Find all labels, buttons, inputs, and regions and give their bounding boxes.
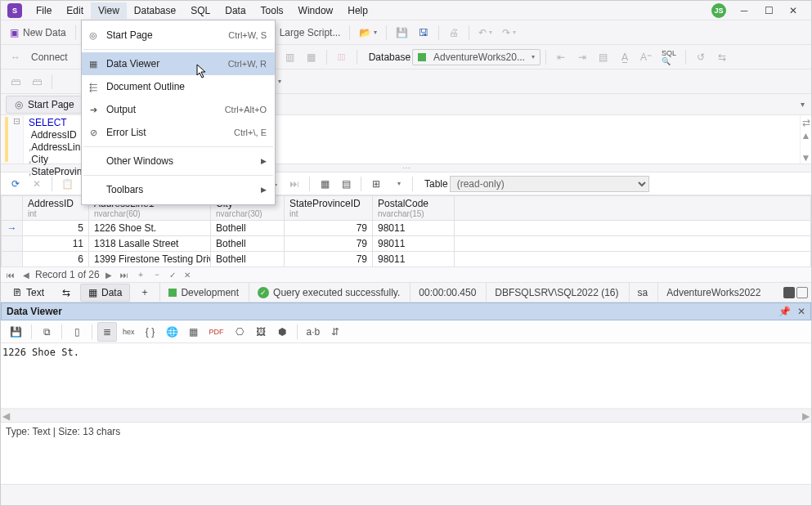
- cell[interactable]: 98011: [373, 236, 455, 252]
- dv-web[interactable]: 🌐: [162, 322, 182, 342]
- menu-database[interactable]: Database: [127, 2, 183, 19]
- minimap[interactable]: ⇄▲▼: [800, 115, 811, 163]
- refresh-button[interactable]: ⟳: [6, 174, 25, 194]
- dv-pdf[interactable]: PDF: [205, 322, 228, 342]
- new-data-button[interactable]: ▣ New Data: [6, 23, 70, 43]
- conn-icon1[interactable]: ↔: [6, 47, 25, 67]
- tb-icon-b[interactable]: ▦: [302, 47, 321, 67]
- tb3-1[interactable]: 🗃: [6, 72, 25, 92]
- dv-xml[interactable]: ▦: [184, 322, 204, 342]
- data-grid[interactable]: AddressIDint AddressLine1nvarchar(60) Ci…: [1, 195, 811, 266]
- view-pivot[interactable]: ⊞: [366, 174, 386, 194]
- saveall-button[interactable]: 🖫: [414, 23, 433, 43]
- database-select[interactable]: AdventureWorks20...: [412, 49, 541, 65]
- dv-scroll[interactable]: ◀▶: [1, 409, 811, 422]
- large-script-button[interactable]: Large Script...: [276, 23, 345, 43]
- undo-button[interactable]: ↶: [474, 23, 496, 43]
- view-grid[interactable]: ▦: [315, 174, 334, 194]
- tab-data[interactable]: ▦Data: [80, 284, 130, 302]
- tb-d1[interactable]: ⇤: [551, 47, 571, 67]
- tb-d5[interactable]: A⁼: [636, 47, 656, 67]
- menu-window[interactable]: Window: [291, 2, 341, 19]
- tb-d7[interactable]: ⇆: [712, 47, 732, 67]
- cell[interactable]: 79: [285, 221, 373, 236]
- nav2-last[interactable]: ⏭: [118, 271, 131, 280]
- menu-item-toolbars[interactable]: Toolbars▶: [82, 178, 275, 201]
- open-dropdown[interactable]: 📂: [355, 23, 381, 43]
- menu-data[interactable]: Data: [218, 2, 253, 19]
- menu-item-other-windows[interactable]: Other Windows▶: [82, 150, 275, 172]
- dataviewer-content[interactable]: 1226 Shoe St.: [1, 343, 811, 409]
- status-sq1[interactable]: [783, 287, 795, 298]
- tb-sql[interactable]: SQL🔍: [657, 47, 680, 67]
- tab-swap[interactable]: ⇆: [54, 284, 79, 302]
- pin-icon[interactable]: 📌: [778, 306, 791, 317]
- nav2-first[interactable]: ⏮: [4, 271, 17, 280]
- nav2-prev[interactable]: ◀: [20, 271, 32, 280]
- dv-copy[interactable]: ⧉: [37, 322, 56, 342]
- print-button[interactable]: 🖨: [444, 23, 464, 43]
- stop-button[interactable]: ✕: [27, 174, 47, 194]
- dv-doc[interactable]: ▯: [67, 322, 87, 342]
- menu-sql[interactable]: SQL: [183, 2, 218, 19]
- nav2-add[interactable]: ＋: [134, 269, 147, 280]
- tb-icon-a[interactable]: ▥: [280, 47, 300, 67]
- menu-view[interactable]: View: [91, 2, 127, 19]
- cell[interactable]: 1226 Shoe St.: [89, 221, 211, 236]
- table-row[interactable]: 61399 Firestone Testing DriveBothell7998…: [2, 252, 811, 267]
- tb-icon-c[interactable]: ✖⃞: [332, 47, 352, 67]
- col-addressid[interactable]: AddressIDint: [23, 196, 89, 221]
- menu-item-output[interactable]: ➔OutputCtrl+Alt+O: [82, 98, 275, 121]
- nav2-cancel[interactable]: ✕: [182, 271, 193, 280]
- dv-json[interactable]: { }: [141, 322, 160, 342]
- window-close[interactable]: ✕: [787, 4, 800, 17]
- menu-item-data-viewer[interactable]: ▦Data ViewerCtrl+W, R: [82, 52, 275, 75]
- view-card[interactable]: ▤: [336, 174, 356, 194]
- status-sq2[interactable]: [796, 287, 808, 298]
- dv-hex[interactable]: hex: [119, 322, 139, 342]
- nav-last[interactable]: ⏭: [285, 174, 304, 194]
- menu-help[interactable]: Help: [340, 2, 375, 19]
- nav2-del[interactable]: －: [150, 269, 164, 280]
- view-more[interactable]: [388, 174, 407, 194]
- tab-add[interactable]: ＋: [132, 282, 158, 302]
- cell[interactable]: Bothell: [211, 221, 285, 236]
- table-row[interactable]: 111318 Lasalle StreetBothell7998011: [2, 236, 811, 252]
- gb-1[interactable]: 📋: [57, 174, 78, 194]
- cell[interactable]: 79: [285, 252, 373, 267]
- cell[interactable]: 98011: [373, 221, 455, 236]
- tb-d3[interactable]: ▤: [594, 47, 613, 67]
- dv-text[interactable]: ≣: [97, 322, 117, 342]
- cell[interactable]: 79: [285, 236, 373, 252]
- cell[interactable]: 1399 Firestone Testing Drive: [89, 252, 211, 267]
- tb3-2[interactable]: 🗃: [27, 72, 47, 92]
- menu-file[interactable]: File: [29, 2, 59, 19]
- user-badge[interactable]: JS: [711, 3, 726, 18]
- menu-item-document-outline[interactable]: ⬱Document Outline: [82, 75, 275, 98]
- tab-text[interactable]: 🖹Text: [4, 284, 52, 302]
- menu-item-start-page[interactable]: ◎Start PageCtrl+W, S: [82, 24, 275, 47]
- nav2-next[interactable]: ▶: [103, 271, 114, 280]
- save-button[interactable]: 💾: [392, 23, 412, 43]
- menu-edit[interactable]: Edit: [59, 2, 91, 19]
- table-row[interactable]: →51226 Shoe St.Bothell7998011: [2, 221, 811, 236]
- dv-geo[interactable]: ⬢: [272, 322, 292, 342]
- window-maximize[interactable]: ☐: [762, 4, 775, 17]
- col-stateprov[interactable]: StateProvinceIDint: [285, 196, 373, 221]
- connect-button[interactable]: Connect: [27, 47, 72, 67]
- cell[interactable]: 6: [23, 252, 89, 267]
- dv-img[interactable]: 🖼: [251, 322, 271, 342]
- nav2-ok[interactable]: ✓: [167, 271, 178, 280]
- tb-d4[interactable]: A̲: [615, 47, 635, 67]
- cell[interactable]: Bothell: [211, 252, 285, 267]
- menu-tools[interactable]: Tools: [253, 2, 291, 19]
- tab-startpage[interactable]: ◎ Start Page: [6, 96, 83, 114]
- dataviewer-titlebar[interactable]: Data Viewer 📌✕: [1, 302, 811, 320]
- cell[interactable]: 1318 Lasalle Street: [89, 236, 211, 252]
- tab-overflow[interactable]: ▾: [801, 100, 805, 109]
- dv-wrap[interactable]: a·b: [303, 322, 325, 342]
- window-minimize[interactable]: ─: [738, 4, 751, 17]
- dv-tree[interactable]: ⇵: [325, 322, 345, 342]
- cell[interactable]: Bothell: [211, 236, 285, 252]
- dv-close[interactable]: ✕: [797, 306, 805, 317]
